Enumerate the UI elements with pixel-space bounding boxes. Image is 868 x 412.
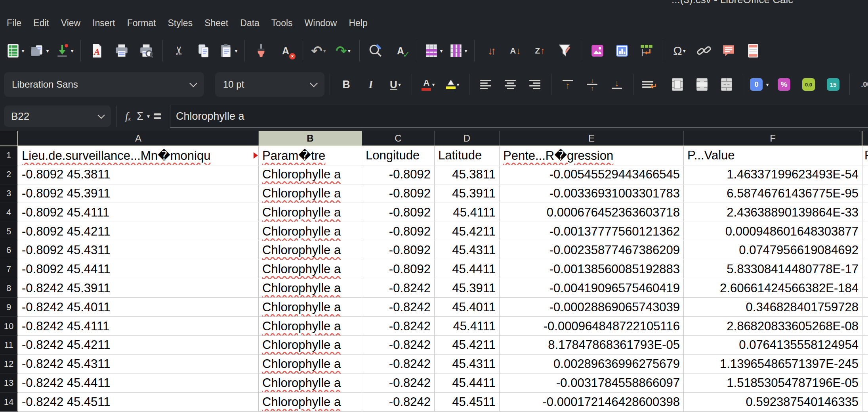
insert-comment-button[interactable]: [717, 40, 740, 61]
cell-F1[interactable]: P...Value: [684, 146, 862, 165]
cell-D4[interactable]: 45.4111: [435, 203, 500, 222]
cell-C13[interactable]: -0.8242: [362, 374, 435, 393]
row-header-12[interactable]: 12: [0, 355, 18, 374]
date-format-button[interactable]: 15: [822, 74, 844, 95]
cell-overflow-2[interactable]: [862, 165, 868, 184]
sum-dropdown-arrow-icon[interactable]: ▾: [147, 113, 150, 119]
cell-E5[interactable]: -0.00137777560121362: [500, 222, 684, 241]
menu-insert[interactable]: Insert: [86, 15, 121, 32]
cell-D11[interactable]: 45.4211: [435, 336, 500, 355]
cell-B1[interactable]: Param�tre: [259, 146, 362, 165]
find-replace-button[interactable]: [365, 40, 387, 61]
column-header-A[interactable]: A: [18, 131, 259, 146]
paste-button[interactable]: ▾: [217, 40, 239, 61]
freeze-panes-button[interactable]: [635, 40, 658, 61]
cell-overflow-6[interactable]: [862, 241, 868, 260]
sort-button[interactable]: ↓↑: [480, 40, 502, 61]
row-header-6[interactable]: 6: [0, 241, 18, 260]
cell-E12[interactable]: 0.00289636996275679: [500, 355, 684, 374]
italic-button[interactable]: I: [360, 74, 382, 95]
cell-B14[interactable]: Chlorophylle a: [259, 393, 362, 412]
cell-F8[interactable]: 2.60661424566382E-184: [684, 279, 862, 298]
cell-A1[interactable]: Lieu.de.surveillance...Mn�moniqu: [18, 146, 259, 165]
cell-F3[interactable]: 6.58746761436775E-95: [684, 184, 862, 203]
cell-A4[interactable]: -0.8092 45.4111: [18, 203, 259, 222]
cell-D8[interactable]: 45.3911: [435, 279, 500, 298]
cell-C14[interactable]: -0.8242: [362, 393, 435, 412]
menu-sheet[interactable]: Sheet: [198, 15, 234, 32]
insert-rows-button[interactable]: ▾: [422, 40, 444, 61]
cell-D5[interactable]: 45.4211: [435, 222, 500, 241]
cell-D13[interactable]: 45.4411: [435, 374, 500, 393]
cell-D10[interactable]: 45.4111: [435, 317, 500, 336]
hyperlink-button[interactable]: [693, 40, 715, 61]
cell-B7[interactable]: Chlorophylle a: [259, 260, 362, 279]
cell-B6[interactable]: Chlorophylle a: [259, 241, 362, 260]
row-header-1[interactable]: 1: [0, 146, 18, 165]
cell-overflow-4[interactable]: [862, 203, 868, 222]
autofilter-button[interactable]: [553, 40, 576, 61]
menu-help[interactable]: Help: [343, 15, 373, 32]
merge-cells-button[interactable]: [691, 74, 713, 95]
cell-D2[interactable]: 45.3811: [435, 165, 500, 184]
cell-F14[interactable]: 0.592387540146335: [684, 393, 862, 412]
cell-C1[interactable]: Longitude: [362, 146, 435, 165]
row-header-8[interactable]: 8: [0, 279, 18, 298]
cell-E11[interactable]: 8.17847868361793E-05: [500, 336, 684, 355]
cell-B13[interactable]: Chlorophylle a: [259, 374, 362, 393]
select-all-corner[interactable]: [0, 131, 18, 146]
cell-E3[interactable]: -0.00336931003301783: [500, 184, 684, 203]
row-header-4[interactable]: 4: [0, 203, 18, 222]
spelling-button[interactable]: A ✓: [389, 40, 412, 61]
redo-button[interactable]: ↷ ▾: [332, 40, 354, 61]
cell-overflow-3[interactable]: [862, 184, 868, 203]
column-header-F[interactable]: F: [684, 131, 862, 146]
cell-E10[interactable]: -0.000964848722105116: [500, 317, 684, 336]
align-right-button[interactable]: [524, 74, 546, 95]
number-format-button[interactable]: 0.0: [797, 74, 820, 95]
clone-formatting-button[interactable]: [250, 40, 272, 61]
row-header-13[interactable]: 13: [0, 374, 18, 393]
menu-window[interactable]: Window: [299, 15, 343, 32]
column-header-D[interactable]: D: [435, 131, 500, 146]
cell-F4[interactable]: 2.43638890139864E-33: [684, 203, 862, 222]
merge-center-button[interactable]: [666, 74, 689, 95]
cell-A8[interactable]: -0.8242 45.3911: [18, 279, 259, 298]
open-button[interactable]: ▾: [29, 40, 51, 61]
special-character-button[interactable]: Ω ▾: [668, 40, 691, 61]
font-name-combobox[interactable]: Liberation Sans: [4, 72, 204, 97]
highlight-dropdown-arrow-icon[interactable]: ▾: [456, 81, 459, 88]
cell-A6[interactable]: -0.8092 45.4311: [18, 241, 259, 260]
rows-dropdown-arrow-icon[interactable]: ▾: [440, 48, 443, 54]
cut-button[interactable]: ✂: [168, 40, 190, 61]
add-decimal-button[interactable]: .00 +: [855, 74, 868, 95]
percent-format-button[interactable]: %: [773, 74, 795, 95]
menu-edit[interactable]: Edit: [27, 15, 55, 32]
bold-button[interactable]: B: [335, 74, 357, 95]
undo-dropdown-arrow-icon[interactable]: ▾: [323, 48, 326, 54]
save-dropdown-arrow-icon[interactable]: ▾: [71, 48, 73, 54]
cell-B5[interactable]: Chlorophylle a: [259, 222, 362, 241]
cell-E8[interactable]: -0.00419096575460419: [500, 279, 684, 298]
cell-D9[interactable]: 45.4011: [435, 298, 500, 317]
row-header-10[interactable]: 10: [0, 317, 18, 336]
cell-E2[interactable]: -0.00545529443466545: [500, 165, 684, 184]
cell-C3[interactable]: -0.8092: [362, 184, 435, 203]
cell-D6[interactable]: 45.4311: [435, 241, 500, 260]
font-size-combobox[interactable]: 10 pt: [215, 72, 324, 97]
cell-B12[interactable]: Chlorophylle a: [259, 355, 362, 374]
cell-B4[interactable]: Chlorophylle a: [259, 203, 362, 222]
cell-F9[interactable]: 0.346828401759728: [684, 298, 862, 317]
align-top-button[interactable]: ↑: [557, 74, 579, 95]
align-bottom-button[interactable]: ↓: [606, 74, 628, 95]
row-header-9[interactable]: 9: [0, 298, 18, 317]
sort-ascending-button[interactable]: A ↓: [504, 40, 527, 61]
insert-chart-button[interactable]: [611, 40, 633, 61]
cell-B2[interactable]: Chlorophylle a: [259, 165, 362, 184]
cell-D1[interactable]: Latitude: [435, 146, 500, 165]
cell-D3[interactable]: 45.3911: [435, 184, 500, 203]
cell-overflow-12[interactable]: [862, 355, 868, 374]
column-header-E[interactable]: E: [500, 131, 684, 146]
function-wizard-icon[interactable]: fₓ: [125, 111, 131, 122]
cell-A5[interactable]: -0.8092 45.4211: [18, 222, 259, 241]
